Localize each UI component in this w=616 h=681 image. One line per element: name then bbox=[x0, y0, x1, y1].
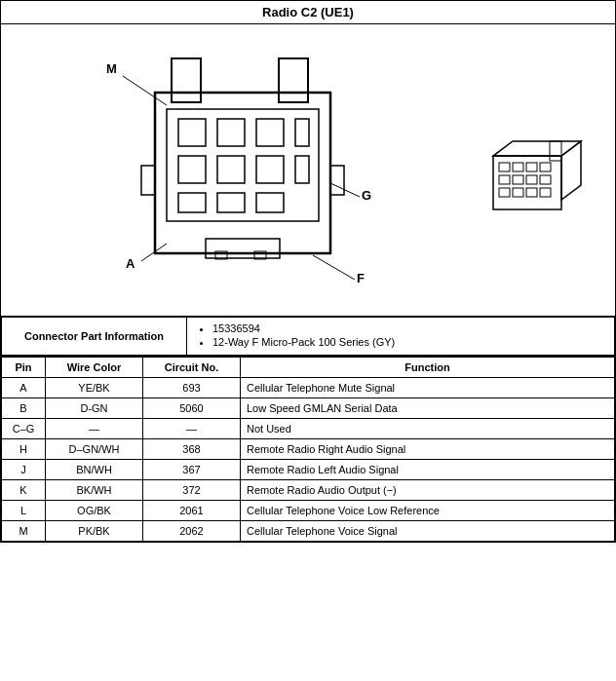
svg-rect-14 bbox=[217, 193, 245, 212]
table-row: C–G——Not Used bbox=[2, 419, 615, 439]
svg-rect-6 bbox=[217, 119, 245, 146]
title-text: Radio C2 (UE1) bbox=[262, 5, 354, 19]
svg-rect-7 bbox=[256, 119, 284, 146]
cell-wire-0: YE/BK bbox=[46, 378, 143, 398]
cell-function-7: Cellular Telephone Voice Signal bbox=[241, 521, 615, 542]
table-row: BD-GN5060Low Speed GMLAN Serial Data bbox=[2, 398, 615, 419]
svg-rect-2 bbox=[279, 58, 308, 102]
svg-rect-5 bbox=[178, 119, 206, 146]
pin-table-header-row: Pin Wire Color Circuit No. Function bbox=[2, 358, 615, 378]
svg-rect-12 bbox=[295, 156, 309, 183]
cell-pin-7: M bbox=[2, 521, 46, 542]
svg-rect-3 bbox=[155, 93, 330, 253]
page-container: Radio C2 (UE1) M bbox=[0, 0, 616, 543]
cell-wire-4: BN/WH bbox=[46, 460, 143, 480]
svg-rect-20 bbox=[330, 166, 344, 195]
label-M: M bbox=[106, 61, 117, 76]
cell-circuit-0: 693 bbox=[143, 378, 241, 398]
connector-info-item-1: 12-Way F Micro-Pack 100 Series (GY) bbox=[212, 336, 606, 348]
cell-pin-6: L bbox=[2, 501, 46, 521]
cell-wire-3: D–GN/WH bbox=[46, 439, 143, 460]
connector-diagram: M bbox=[20, 39, 479, 302]
cell-function-0: Cellular Telephone Mute Signal bbox=[241, 378, 615, 398]
connector-info-label: Connector Part Information bbox=[2, 318, 187, 356]
svg-rect-39 bbox=[540, 188, 551, 197]
svg-rect-35 bbox=[540, 175, 551, 184]
table-row: HD–GN/WH368Remote Radio Right Audio Sign… bbox=[2, 439, 615, 460]
diagram-area: M bbox=[1, 24, 615, 317]
table-row: JBN/WH367Remote Radio Left Audio Signal bbox=[2, 460, 615, 480]
svg-rect-31 bbox=[540, 163, 551, 171]
svg-rect-30 bbox=[526, 163, 537, 171]
header-circuit: Circuit No. bbox=[143, 358, 241, 378]
cell-circuit-1: 5060 bbox=[143, 398, 241, 419]
svg-rect-38 bbox=[526, 188, 537, 197]
page-title: Radio C2 (UE1) bbox=[1, 1, 615, 24]
svg-rect-16 bbox=[206, 239, 280, 258]
label-G: G bbox=[362, 188, 371, 203]
connector-info-section: Connector Part Information 15336594 12-W… bbox=[1, 317, 615, 357]
pin-table-body: AYE/BK693Cellular Telephone Mute SignalB… bbox=[2, 378, 615, 542]
svg-marker-26 bbox=[561, 141, 581, 200]
cell-function-3: Remote Radio Right Audio Signal bbox=[241, 439, 615, 460]
cell-circuit-7: 2062 bbox=[143, 521, 241, 542]
cell-pin-0: A bbox=[2, 378, 46, 398]
cell-function-6: Cellular Telephone Voice Low Reference bbox=[241, 501, 615, 521]
cell-pin-1: B bbox=[2, 398, 46, 419]
svg-rect-29 bbox=[513, 163, 523, 171]
cell-circuit-6: 2061 bbox=[143, 501, 241, 521]
iso-svg bbox=[483, 132, 591, 219]
svg-rect-8 bbox=[295, 119, 309, 146]
cell-function-1: Low Speed GMLAN Serial Data bbox=[241, 398, 615, 419]
connector-info-list: 15336594 12-Way F Micro-Pack 100 Series … bbox=[212, 322, 606, 348]
connector-info-table: Connector Part Information 15336594 12-W… bbox=[1, 317, 615, 356]
cell-function-4: Remote Radio Left Audio Signal bbox=[241, 460, 615, 480]
cell-function-2: Not Used bbox=[241, 419, 615, 439]
connector-svg: M bbox=[69, 39, 430, 302]
header-function: Function bbox=[241, 358, 615, 378]
table-row: AYE/BK693Cellular Telephone Mute Signal bbox=[2, 378, 615, 398]
svg-rect-27 bbox=[550, 141, 561, 161]
cell-pin-3: H bbox=[2, 439, 46, 460]
cell-function-5: Remote Radio Audio Output (−) bbox=[241, 480, 615, 501]
header-wire: Wire Color bbox=[46, 358, 143, 378]
cell-wire-2: — bbox=[46, 419, 143, 439]
svg-rect-19 bbox=[141, 166, 155, 195]
svg-rect-9 bbox=[178, 156, 206, 183]
svg-rect-36 bbox=[499, 188, 510, 197]
connector-info-row: Connector Part Information 15336594 12-W… bbox=[2, 318, 615, 356]
svg-rect-28 bbox=[499, 163, 510, 171]
pin-table-section: Pin Wire Color Circuit No. Function AYE/… bbox=[1, 357, 615, 542]
svg-rect-11 bbox=[256, 156, 284, 183]
connector-info-content: 15336594 12-Way F Micro-Pack 100 Series … bbox=[187, 318, 615, 356]
svg-rect-33 bbox=[513, 175, 523, 184]
svg-rect-13 bbox=[178, 193, 206, 212]
svg-line-23 bbox=[313, 255, 355, 280]
svg-rect-10 bbox=[217, 156, 245, 183]
cell-wire-7: PK/BK bbox=[46, 521, 143, 542]
cell-circuit-4: 367 bbox=[143, 460, 241, 480]
svg-rect-34 bbox=[526, 175, 537, 184]
svg-marker-25 bbox=[493, 141, 581, 156]
cell-wire-1: D-GN bbox=[46, 398, 143, 419]
cell-circuit-5: 372 bbox=[143, 480, 241, 501]
cell-pin-5: K bbox=[2, 480, 46, 501]
cell-circuit-2: — bbox=[143, 419, 241, 439]
connector-info-item-0: 15336594 bbox=[212, 322, 606, 334]
svg-rect-32 bbox=[499, 175, 510, 184]
label-A: A bbox=[126, 256, 135, 271]
svg-rect-15 bbox=[256, 193, 284, 212]
iso-connector-image bbox=[479, 122, 596, 219]
table-row: KBK/WH372Remote Radio Audio Output (−) bbox=[2, 480, 615, 501]
svg-rect-37 bbox=[513, 188, 523, 197]
table-row: MPK/BK2062Cellular Telephone Voice Signa… bbox=[2, 521, 615, 542]
header-pin: Pin bbox=[2, 358, 46, 378]
cell-pin-2: C–G bbox=[2, 419, 46, 439]
cell-circuit-3: 368 bbox=[143, 439, 241, 460]
cell-pin-4: J bbox=[2, 460, 46, 480]
svg-rect-1 bbox=[172, 58, 201, 102]
svg-line-0 bbox=[123, 76, 167, 105]
table-row: LOG/BK2061Cellular Telephone Voice Low R… bbox=[2, 501, 615, 521]
cell-wire-5: BK/WH bbox=[46, 480, 143, 501]
cell-wire-6: OG/BK bbox=[46, 501, 143, 521]
